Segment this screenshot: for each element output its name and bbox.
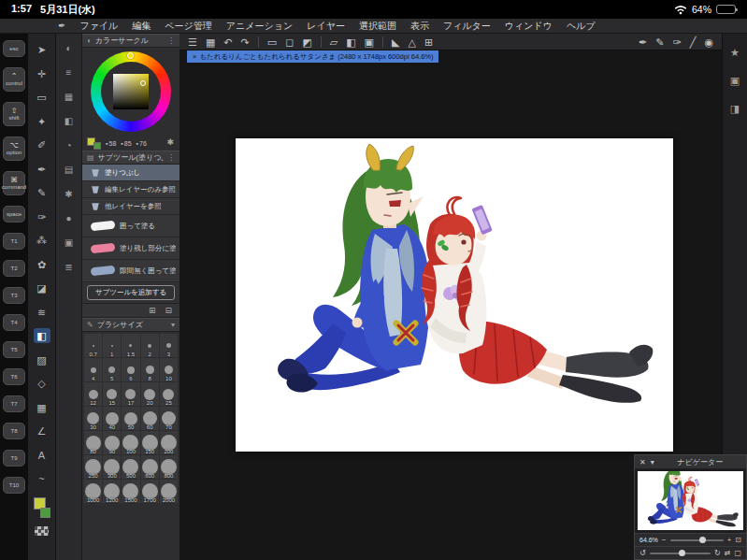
pencil-shortcut-icon[interactable]: ✎	[655, 34, 664, 50]
key-t10[interactable]: T10	[3, 477, 25, 494]
material-icon[interactable]: ▣	[365, 34, 374, 50]
brush-size-cell[interactable]: 800	[160, 455, 178, 479]
brush-size-cell[interactable]: 4	[84, 358, 102, 381]
fit-to-screen-icon[interactable]: ⊡	[735, 534, 741, 547]
menu-page-manage[interactable]: ページ管理	[165, 20, 211, 33]
subtool-close-gap-and-fill[interactable]: 隙間無く囲って塗るツール	[82, 260, 180, 282]
pen-tool[interactable]: ✒	[34, 162, 50, 177]
brush-size-cell[interactable]: 90	[103, 431, 121, 454]
menu-edit[interactable]: 編集	[132, 20, 151, 33]
brush-size-cell[interactable]: 250	[84, 455, 102, 479]
frame-border-tool[interactable]: ▦	[34, 400, 50, 415]
brush-size-cell[interactable]: 30	[84, 407, 102, 430]
navigator-thumbnail[interactable]	[638, 471, 743, 530]
auto-select-tool[interactable]: ✦	[34, 114, 50, 129]
brush-size-cell[interactable]: 60	[141, 407, 159, 430]
snap-ruler-icon[interactable]: ◣	[392, 34, 399, 50]
key-t4[interactable]: T4	[3, 314, 25, 331]
sub-color-swatch[interactable]	[40, 508, 50, 518]
palette-dock-icon[interactable]: ▦	[206, 34, 215, 50]
panel-menu-icon[interactable]: ⋮	[167, 36, 175, 45]
sub-tool-tab[interactable]: ▤	[62, 164, 77, 177]
menu-view[interactable]: 表示	[410, 20, 429, 33]
document-tab[interactable]: × もたれるりんごともたれられるサタンさま (2480 x 1748px 600…	[187, 50, 438, 63]
main-sub-color-swatch[interactable]	[34, 497, 50, 518]
operation-tool[interactable]: ➤	[34, 42, 50, 57]
brush-size-tab[interactable]: ●	[62, 212, 77, 225]
separator[interactable]	[258, 36, 259, 48]
brush-size-cell[interactable]: 150	[141, 431, 159, 454]
key-t6[interactable]: T6	[3, 368, 25, 385]
layer-tab[interactable]: ≣	[62, 261, 77, 274]
figure-tool[interactable]: ◇	[34, 376, 50, 391]
eraser-tool[interactable]: ◪	[34, 280, 50, 295]
brush-tool[interactable]: ✑	[34, 209, 50, 224]
brush-size-cell[interactable]: 200	[160, 431, 178, 454]
brush-size-cell[interactable]: 600	[141, 455, 159, 479]
key-space[interactable]: space	[3, 206, 25, 223]
hue-marker[interactable]	[127, 52, 134, 59]
material-tab[interactable]: ▣	[62, 237, 77, 250]
rotate-slider[interactable]	[650, 553, 711, 554]
zoom-in-icon[interactable]: +	[727, 534, 732, 547]
brush-size-cell[interactable]: 40	[103, 407, 121, 430]
brush-size-cell[interactable]: 500	[122, 455, 139, 479]
menu-file[interactable]: ファイル	[79, 20, 118, 33]
key-t7[interactable]: T7	[3, 395, 25, 412]
rotate-left-icon[interactable]: ↺	[639, 547, 646, 560]
flip-horizontal-icon[interactable]: ⇄	[725, 547, 731, 560]
key-esc[interactable]: esc	[3, 40, 25, 57]
material-panel-icon[interactable]: ▣	[730, 75, 740, 87]
pencil-tool[interactable]: ✎	[34, 185, 50, 200]
decoration-tool[interactable]: ✿	[34, 257, 50, 272]
brush-size-cell[interactable]: 1200	[103, 480, 121, 503]
color-slider-tab[interactable]: ≡	[62, 66, 77, 79]
line-shortcut-icon[interactable]: ╱	[690, 34, 697, 50]
key-control[interactable]: ⌃ control	[3, 67, 25, 92]
panel-menu-icon[interactable]: ▾	[171, 321, 175, 329]
delete-subtool-icon[interactable]: ⊟	[165, 306, 172, 315]
brush-size-cell[interactable]: 0.7	[84, 334, 102, 357]
brush-shortcut-icon[interactable]: ✑	[673, 34, 682, 50]
brush-size-cell[interactable]: 1000	[84, 480, 102, 503]
sub-view-icon[interactable]: ◨	[730, 103, 740, 115]
brush-size-cell[interactable]: 25	[160, 382, 178, 406]
menu-window[interactable]: ウィンドウ	[505, 20, 553, 33]
navigator-collapse-icon[interactable]: ▾	[651, 458, 654, 467]
rotate-right-icon[interactable]: ↻	[714, 547, 721, 560]
brush-size-cell[interactable]: 2000	[160, 480, 178, 503]
tool-property-tab[interactable]: ✱	[62, 188, 77, 201]
saturation-value-square[interactable]	[113, 74, 149, 109]
eyedropper-tool[interactable]: ✐	[34, 137, 50, 152]
text-tool[interactable]: A	[34, 448, 50, 463]
canvas-document[interactable]	[236, 138, 673, 452]
eyedropper-shortcut-icon[interactable]: ◉	[704, 34, 713, 50]
brush-size-cell[interactable]: 17	[122, 382, 139, 406]
redo-icon[interactable]: ↷	[241, 34, 250, 50]
color-settings-icon[interactable]: ✱	[166, 137, 174, 147]
line-correct-tool[interactable]: ~	[34, 471, 50, 486]
brush-size-cell[interactable]: 12	[84, 382, 102, 406]
key-command[interactable]: ⌘ command	[3, 171, 25, 195]
brush-size-cell[interactable]: 70	[160, 407, 178, 430]
snap-grid-icon[interactable]: ⊞	[424, 34, 433, 50]
pen-shortcut-icon[interactable]: ✒	[639, 34, 647, 50]
menu-filter[interactable]: フィルター	[443, 20, 491, 33]
brush-size-cell[interactable]: 300	[103, 455, 121, 479]
zoom-out-icon[interactable]: −	[662, 534, 667, 547]
navigator-close-icon[interactable]: ✕	[639, 458, 646, 467]
brush-size-cell[interactable]: 20	[141, 382, 159, 406]
blend-tool[interactable]: ≋	[34, 305, 50, 320]
brush-size-cell[interactable]: 10	[160, 358, 178, 381]
subtool-enclose-and-fill[interactable]: 囲って塗る	[82, 215, 180, 237]
menu-help[interactable]: ヘルプ	[567, 20, 596, 33]
brush-size-cell[interactable]: 1.5	[122, 334, 139, 357]
menu-layer[interactable]: レイヤー	[307, 20, 345, 33]
subtool-refer-other-layers[interactable]: 他レイヤーを参照	[82, 198, 180, 215]
ruler-tool[interactable]: ∠	[34, 424, 50, 438]
subtool-editing-layer-only[interactable]: 編集レイヤーのみ参照	[82, 181, 180, 198]
key-t1[interactable]: T1	[3, 233, 25, 250]
color-history-tab[interactable]: ◔	[62, 139, 77, 152]
brush-size-cell[interactable]: 50	[122, 407, 139, 430]
select-rect-icon[interactable]: ▭	[267, 34, 277, 50]
